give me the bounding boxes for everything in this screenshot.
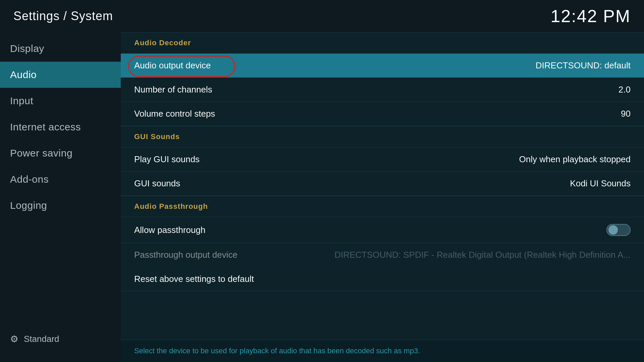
audio-output-device-row[interactable]: Audio output device DIRECTSOUND: default <box>121 54 644 78</box>
audio-passthrough-section-header: Audio Passthrough <box>121 196 644 217</box>
sidebar-item-audio[interactable]: Audio <box>0 62 121 88</box>
gui-sounds-row[interactable]: GUI sounds Kodi UI Sounds <box>121 172 644 196</box>
allow-passthrough-toggle[interactable] <box>606 224 631 236</box>
audio-output-device-value: DIRECTSOUND: default <box>536 60 631 71</box>
sidebar-item-display[interactable]: Display <box>0 36 121 62</box>
gear-icon: ⚙ <box>10 334 18 345</box>
play-gui-sounds-value: Only when playback stopped <box>519 154 631 165</box>
audio-output-device-label-container: Audio output device <box>134 60 211 71</box>
play-gui-sounds-label: Play GUI sounds <box>134 154 200 165</box>
number-of-channels-label: Number of channels <box>134 84 212 95</box>
play-gui-sounds-row[interactable]: Play GUI sounds Only when playback stopp… <box>121 147 644 172</box>
allow-passthrough-row[interactable]: Allow passthrough <box>121 217 644 243</box>
settings-content: Audio Decoder Audio output device DIRECT… <box>121 32 644 362</box>
volume-control-steps-row[interactable]: Volume control steps 90 <box>121 102 644 126</box>
clock: 12:42 PM <box>550 6 631 26</box>
toggle-knob <box>608 225 618 235</box>
description-text: Select the device to be used for playbac… <box>134 347 420 355</box>
sidebar-item-power-saving[interactable]: Power saving <box>0 140 121 166</box>
sidebar-item-internet-access[interactable]: Internet access <box>0 114 121 140</box>
reset-settings-row[interactable]: Reset above settings to default <box>121 267 644 291</box>
audio-passthrough-label: Audio Passthrough <box>134 202 208 210</box>
bottom-spacer <box>121 291 644 315</box>
number-of-channels-row[interactable]: Number of channels 2.0 <box>121 78 644 102</box>
sidebar-item-logging[interactable]: Logging <box>0 192 121 219</box>
passthrough-output-device-value: DIRECTSOUND: SPDIF - Realtek Digital Out… <box>334 250 631 260</box>
audio-output-device-label: Audio output device <box>134 60 211 70</box>
volume-control-steps-label: Volume control steps <box>134 109 215 119</box>
audio-decoder-label: Audio Decoder <box>134 39 191 47</box>
main-layout: Display Audio Input Internet access Powe… <box>0 32 644 362</box>
page-title: Settings / System <box>13 9 113 23</box>
volume-control-steps-value: 90 <box>621 109 631 119</box>
gui-sounds-row-value: Kodi UI Sounds <box>570 178 631 189</box>
audio-decoder-section-header: Audio Decoder <box>121 32 644 54</box>
standard-label: Standard <box>24 334 59 344</box>
sidebar-item-input[interactable]: Input <box>0 88 121 114</box>
gui-sounds-label: GUI Sounds <box>134 132 180 141</box>
sidebar: Display Audio Input Internet access Powe… <box>0 32 121 362</box>
header: Settings / System 12:42 PM <box>0 0 644 32</box>
gui-sounds-section-header: GUI Sounds <box>121 126 644 147</box>
reset-settings-label: Reset above settings to default <box>134 274 254 284</box>
sidebar-footer[interactable]: ⚙ Standard <box>0 326 121 352</box>
passthrough-output-device-label: Passthrough output device <box>134 250 237 260</box>
gui-sounds-row-label: GUI sounds <box>134 178 180 189</box>
description-bar: Select the device to be used for playbac… <box>121 340 644 362</box>
passthrough-output-device-row[interactable]: Passthrough output device DIRECTSOUND: S… <box>121 243 644 267</box>
number-of-channels-value: 2.0 <box>619 84 631 95</box>
sidebar-item-add-ons[interactable]: Add-ons <box>0 166 121 192</box>
allow-passthrough-label: Allow passthrough <box>134 225 205 235</box>
